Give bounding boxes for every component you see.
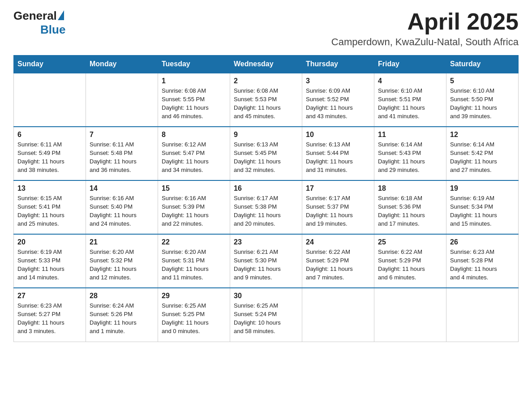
- calendar-cell: 19Sunrise: 6:19 AM Sunset: 5:34 PM Dayli…: [446, 180, 519, 234]
- calendar-cell: 17Sunrise: 6:17 AM Sunset: 5:37 PM Dayli…: [302, 180, 374, 234]
- day-info: Sunrise: 6:21 AM Sunset: 5:30 PM Dayligh…: [234, 248, 298, 282]
- day-number: 15: [162, 184, 226, 193]
- day-info: Sunrise: 6:08 AM Sunset: 5:55 PM Dayligh…: [162, 87, 226, 120]
- day-info: Sunrise: 6:25 AM Sunset: 5:25 PM Dayligh…: [162, 302, 226, 335]
- calendar-cell: 30Sunrise: 6:25 AM Sunset: 5:24 PM Dayli…: [230, 288, 302, 342]
- calendar-cell: 2Sunrise: 6:08 AM Sunset: 5:53 PM Daylig…: [230, 73, 302, 127]
- calendar-cell: [446, 288, 519, 342]
- day-number: 22: [162, 238, 226, 246]
- day-number: 28: [90, 292, 154, 300]
- calendar-week-row: 1Sunrise: 6:08 AM Sunset: 5:55 PM Daylig…: [14, 73, 519, 127]
- calendar-cell: 8Sunrise: 6:12 AM Sunset: 5:47 PM Daylig…: [158, 127, 230, 180]
- calendar-cell: 28Sunrise: 6:24 AM Sunset: 5:26 PM Dayli…: [86, 288, 158, 342]
- calendar-cell: 3Sunrise: 6:09 AM Sunset: 5:52 PM Daylig…: [302, 73, 374, 127]
- weekday-header-row: SundayMondayTuesdayWednesdayThursdayFrid…: [14, 56, 519, 73]
- calendar-cell: [302, 288, 374, 342]
- day-number: 24: [306, 238, 370, 246]
- header: General Blue April 2025 Camperdown, KwaZ…: [13, 9, 519, 48]
- calendar-cell: 29Sunrise: 6:25 AM Sunset: 5:25 PM Dayli…: [158, 288, 230, 342]
- day-info: Sunrise: 6:13 AM Sunset: 5:44 PM Dayligh…: [306, 141, 370, 174]
- day-info: Sunrise: 6:24 AM Sunset: 5:26 PM Dayligh…: [90, 302, 154, 335]
- day-info: Sunrise: 6:20 AM Sunset: 5:32 PM Dayligh…: [90, 248, 154, 282]
- calendar-cell: 26Sunrise: 6:23 AM Sunset: 5:28 PM Dayli…: [446, 234, 519, 288]
- day-info: Sunrise: 6:16 AM Sunset: 5:40 PM Dayligh…: [90, 194, 154, 228]
- day-number: 27: [17, 292, 82, 300]
- calendar-cell: 5Sunrise: 6:10 AM Sunset: 5:50 PM Daylig…: [446, 73, 519, 127]
- calendar-cell: 24Sunrise: 6:22 AM Sunset: 5:29 PM Dayli…: [302, 234, 374, 288]
- day-number: 7: [90, 131, 154, 139]
- day-number: 20: [17, 238, 82, 246]
- day-number: 13: [17, 184, 82, 193]
- calendar-cell: 25Sunrise: 6:22 AM Sunset: 5:29 PM Dayli…: [374, 234, 446, 288]
- calendar-cell: 27Sunrise: 6:23 AM Sunset: 5:27 PM Dayli…: [14, 288, 86, 342]
- logo-triangle-icon: [58, 10, 64, 20]
- logo-blue-text: Blue: [40, 23, 65, 37]
- day-info: Sunrise: 6:22 AM Sunset: 5:29 PM Dayligh…: [306, 248, 370, 282]
- day-number: 11: [378, 131, 442, 139]
- day-info: Sunrise: 6:14 AM Sunset: 5:42 PM Dayligh…: [450, 141, 515, 174]
- calendar-cell: 7Sunrise: 6:11 AM Sunset: 5:48 PM Daylig…: [86, 127, 158, 180]
- calendar-cell: 1Sunrise: 6:08 AM Sunset: 5:55 PM Daylig…: [158, 73, 230, 127]
- day-info: Sunrise: 6:11 AM Sunset: 5:48 PM Dayligh…: [90, 141, 154, 174]
- calendar-cell: 22Sunrise: 6:20 AM Sunset: 5:31 PM Dayli…: [158, 234, 230, 288]
- day-info: Sunrise: 6:20 AM Sunset: 5:31 PM Dayligh…: [162, 248, 226, 282]
- day-number: 19: [450, 184, 515, 193]
- day-number: 5: [450, 77, 515, 85]
- calendar-cell: 21Sunrise: 6:20 AM Sunset: 5:32 PM Dayli…: [86, 234, 158, 288]
- calendar-cell: 12Sunrise: 6:14 AM Sunset: 5:42 PM Dayli…: [446, 127, 519, 180]
- day-info: Sunrise: 6:11 AM Sunset: 5:49 PM Dayligh…: [17, 141, 82, 174]
- day-info: Sunrise: 6:18 AM Sunset: 5:36 PM Dayligh…: [378, 194, 442, 228]
- calendar-cell: 11Sunrise: 6:14 AM Sunset: 5:43 PM Dayli…: [374, 127, 446, 180]
- day-number: 18: [378, 184, 442, 193]
- calendar-week-row: 27Sunrise: 6:23 AM Sunset: 5:27 PM Dayli…: [14, 288, 519, 342]
- day-number: 4: [378, 77, 442, 85]
- day-number: 8: [162, 131, 226, 139]
- logo-general-text: General: [13, 9, 57, 23]
- calendar-cell: 4Sunrise: 6:10 AM Sunset: 5:51 PM Daylig…: [374, 73, 446, 127]
- calendar-cell: 9Sunrise: 6:13 AM Sunset: 5:45 PM Daylig…: [230, 127, 302, 180]
- day-number: 26: [450, 238, 515, 246]
- day-number: 14: [90, 184, 154, 193]
- calendar-cell: 18Sunrise: 6:18 AM Sunset: 5:36 PM Dayli…: [374, 180, 446, 234]
- calendar-week-row: 6Sunrise: 6:11 AM Sunset: 5:49 PM Daylig…: [14, 127, 519, 180]
- weekday-header-sunday: Sunday: [14, 56, 86, 73]
- day-info: Sunrise: 6:17 AM Sunset: 5:38 PM Dayligh…: [234, 194, 298, 228]
- calendar-cell: 20Sunrise: 6:19 AM Sunset: 5:33 PM Dayli…: [14, 234, 86, 288]
- calendar-week-row: 13Sunrise: 6:15 AM Sunset: 5:41 PM Dayli…: [14, 180, 519, 234]
- calendar-cell: 15Sunrise: 6:16 AM Sunset: 5:39 PM Dayli…: [158, 180, 230, 234]
- calendar-week-row: 20Sunrise: 6:19 AM Sunset: 5:33 PM Dayli…: [14, 234, 519, 288]
- day-info: Sunrise: 6:15 AM Sunset: 5:41 PM Dayligh…: [17, 194, 82, 228]
- day-number: 3: [306, 77, 370, 85]
- calendar-cell: [14, 73, 86, 127]
- day-info: Sunrise: 6:09 AM Sunset: 5:52 PM Dayligh…: [306, 87, 370, 120]
- day-info: Sunrise: 6:08 AM Sunset: 5:53 PM Dayligh…: [234, 87, 298, 120]
- weekday-header-wednesday: Wednesday: [230, 56, 302, 73]
- day-number: 21: [90, 238, 154, 246]
- title-area: April 2025 Camperdown, KwaZulu-Natal, So…: [331, 9, 519, 48]
- day-number: 17: [306, 184, 370, 193]
- day-info: Sunrise: 6:23 AM Sunset: 5:27 PM Dayligh…: [17, 302, 82, 335]
- day-info: Sunrise: 6:14 AM Sunset: 5:43 PM Dayligh…: [378, 141, 442, 174]
- day-number: 16: [234, 184, 298, 193]
- calendar-cell: 13Sunrise: 6:15 AM Sunset: 5:41 PM Dayli…: [14, 180, 86, 234]
- day-info: Sunrise: 6:19 AM Sunset: 5:33 PM Dayligh…: [17, 248, 82, 282]
- day-number: 2: [234, 77, 298, 85]
- day-number: 25: [378, 238, 442, 246]
- day-info: Sunrise: 6:25 AM Sunset: 5:24 PM Dayligh…: [234, 302, 298, 335]
- weekday-header-thursday: Thursday: [302, 56, 374, 73]
- day-info: Sunrise: 6:10 AM Sunset: 5:50 PM Dayligh…: [450, 87, 515, 120]
- calendar-cell: 14Sunrise: 6:16 AM Sunset: 5:40 PM Dayli…: [86, 180, 158, 234]
- day-info: Sunrise: 6:23 AM Sunset: 5:28 PM Dayligh…: [450, 248, 515, 282]
- day-number: 12: [450, 131, 515, 139]
- day-info: Sunrise: 6:17 AM Sunset: 5:37 PM Dayligh…: [306, 194, 370, 228]
- day-number: 1: [162, 77, 226, 85]
- location-title: Camperdown, KwaZulu-Natal, South Africa: [331, 36, 519, 48]
- day-number: 23: [234, 238, 298, 246]
- calendar-table: SundayMondayTuesdayWednesdayThursdayFrid…: [13, 55, 519, 342]
- day-info: Sunrise: 6:19 AM Sunset: 5:34 PM Dayligh…: [450, 194, 515, 228]
- calendar-cell: [374, 288, 446, 342]
- calendar-cell: 16Sunrise: 6:17 AM Sunset: 5:38 PM Dayli…: [230, 180, 302, 234]
- weekday-header-tuesday: Tuesday: [158, 56, 230, 73]
- calendar-cell: 23Sunrise: 6:21 AM Sunset: 5:30 PM Dayli…: [230, 234, 302, 288]
- day-info: Sunrise: 6:12 AM Sunset: 5:47 PM Dayligh…: [162, 141, 226, 174]
